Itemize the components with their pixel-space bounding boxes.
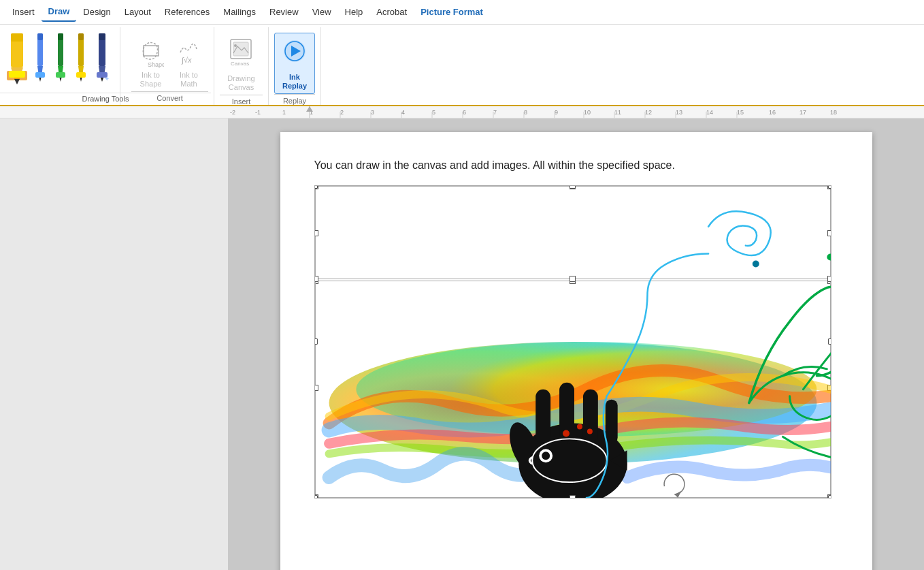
left-panel [0, 118, 228, 570]
svg-text:17: 17 [799, 109, 806, 116]
handle-bot-right[interactable] [828, 495, 831, 498]
drawing-canvas-label: DrawingCanvas [227, 74, 254, 92]
pen-2[interactable] [31, 29, 49, 86]
svg-marker-91 [674, 491, 681, 498]
inner-handle-tl-2[interactable] [314, 276, 318, 282]
svg-text:-2: -2 [230, 109, 235, 116]
svg-rect-79 [559, 383, 574, 441]
pen-5[interactable]: ✦ [93, 29, 112, 86]
svg-point-75 [356, 342, 816, 437]
ink-to-math-icon: ∫√x [176, 35, 202, 69]
svg-text:9: 9 [555, 109, 558, 116]
inner-handle-tr-2[interactable] [827, 276, 831, 282]
menu-references[interactable]: References [158, 3, 216, 21]
menu-bar: Insert Draw Design Layout References Mai… [0, 0, 924, 25]
svg-point-83 [539, 449, 552, 462]
handle-bot-mid[interactable] [570, 495, 576, 498]
svg-text:1: 1 [282, 109, 286, 116]
pen-1-icon [7, 30, 27, 84]
ink-to-shape-button[interactable]: Shape Ink toShape [133, 33, 169, 91]
ink-to-shape-icon: Shape [138, 35, 164, 69]
pen-3[interactable] [52, 29, 69, 86]
svg-point-85 [563, 430, 570, 437]
drawing-canvas[interactable] [314, 185, 831, 498]
handle-bot-left[interactable] [314, 495, 318, 498]
svg-text:✦: ✦ [104, 75, 110, 82]
svg-point-76 [518, 423, 627, 498]
inner-handle-mr-1[interactable] [827, 230, 831, 236]
menu-mailings[interactable]: Mailings [216, 3, 263, 21]
svg-text:2: 2 [340, 109, 344, 116]
ink-replay-button[interactable]: InkReplay [274, 33, 315, 94]
convert-buttons: Shape Ink toShape ∫√x Ink toMath [133, 30, 208, 91]
svg-rect-22 [99, 33, 105, 40]
menu-insert[interactable]: Insert [5, 3, 42, 21]
menu-design[interactable]: Design [76, 3, 117, 21]
ink-replay-icon [282, 36, 308, 72]
inner-handle-bm-1[interactable] [570, 278, 576, 284]
menu-view[interactable]: View [306, 3, 338, 21]
inner-handle-ml-2[interactable] [314, 385, 318, 391]
handle-top-mid[interactable] [570, 185, 576, 189]
drawing-canvas-icon: Canvas [228, 35, 254, 73]
drawing-canvas-button[interactable]: Canvas DrawingCanvas [222, 33, 260, 95]
menu-picture-format[interactable]: Picture Format [414, 3, 490, 21]
document-area[interactable]: You can draw in the canvas and add image… [228, 118, 924, 570]
handle-mid-right[interactable] [828, 338, 831, 345]
handle-mid-left[interactable] [314, 338, 318, 345]
menu-review[interactable]: Review [263, 3, 306, 21]
svg-text:3: 3 [371, 109, 374, 116]
inner-handle-br-1[interactable] [827, 278, 831, 284]
svg-text:10: 10 [584, 109, 591, 116]
replay-buttons: InkReplay [274, 30, 315, 94]
menu-layout[interactable]: Layout [118, 3, 158, 21]
svg-text:18: 18 [830, 109, 837, 116]
pen-5-icon: ✦ [94, 30, 110, 84]
svg-text:14: 14 [706, 109, 713, 116]
svg-point-82 [532, 439, 607, 482]
ink-to-math-button[interactable]: ∫√x Ink toMath [171, 33, 208, 91]
inner-handle-tm-2[interactable] [570, 276, 576, 282]
svg-point-88 [532, 439, 607, 482]
svg-point-77 [504, 419, 544, 475]
pen-2-icon [33, 30, 48, 84]
svg-text:12: 12 [645, 109, 652, 116]
menu-help[interactable]: Help [338, 3, 370, 21]
svg-rect-15 [56, 72, 65, 78]
svg-text:Canvas: Canvas [231, 61, 249, 67]
ruler-svg: // This won't execute in SVG context, us… [0, 106, 924, 118]
ink-to-math-label: Ink toMath [180, 71, 198, 89]
svg-text:11: 11 [614, 109, 621, 116]
pen-4-icon [73, 30, 88, 84]
handle-top-right[interactable] [828, 185, 831, 189]
svg-text:4: 4 [401, 109, 405, 116]
ink-to-shape-label: Ink toShape [140, 71, 162, 89]
pen-1[interactable] [5, 29, 29, 86]
svg-rect-10 [35, 72, 45, 78]
svg-rect-20 [76, 72, 86, 78]
svg-text:Shape: Shape [148, 61, 164, 68]
document-text: You can draw in the canvas and add image… [314, 159, 838, 172]
svg-rect-1 [11, 33, 23, 42]
insert-buttons: Canvas DrawingCanvas [222, 30, 260, 95]
inner-handle-bl-1[interactable] [314, 278, 318, 284]
ribbon: ✦ Shape Ink toShape ∫√x Ink toMat [0, 25, 924, 106]
svg-rect-80 [582, 390, 597, 444]
pen-3-icon [53, 30, 68, 84]
svg-text:5: 5 [432, 109, 435, 116]
menu-draw[interactable]: Draw [42, 2, 77, 22]
document-page: You can draw in the canvas and add image… [280, 132, 872, 570]
inner-handle-mr-2[interactable] [827, 385, 831, 391]
ruler: // This won't execute in SVG context, us… [0, 106, 924, 118]
replay-group: InkReplay Replay [269, 27, 321, 105]
menu-acrobat[interactable]: Acrobat [369, 3, 414, 21]
svg-marker-4 [14, 79, 20, 84]
handle-top-left[interactable] [314, 185, 318, 189]
inner-handle-ml-1[interactable] [314, 230, 318, 236]
svg-rect-81 [605, 400, 617, 444]
ink-replay-label: InkReplay [282, 73, 307, 91]
svg-point-84 [542, 452, 550, 460]
svg-text:6: 6 [463, 109, 466, 116]
insert-group: Canvas DrawingCanvas Insert [214, 27, 269, 105]
pen-4[interactable] [72, 29, 90, 86]
